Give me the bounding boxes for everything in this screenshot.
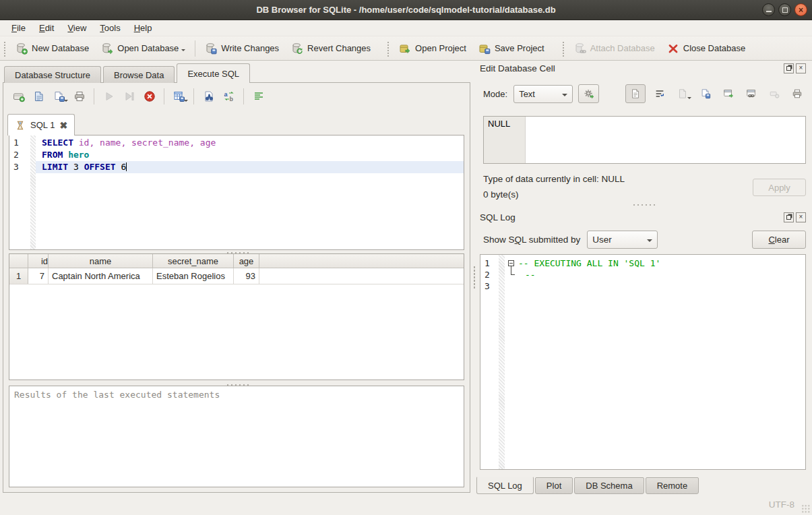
export-cell-data-button[interactable] xyxy=(697,85,714,102)
splitter-handle[interactable] xyxy=(480,202,806,206)
set-null-button[interactable] xyxy=(766,85,783,102)
cell-editor-gutter: NULL xyxy=(484,117,526,163)
float-panel-button[interactable] xyxy=(784,212,794,222)
save-dropdown-arrow[interactable] xyxy=(64,100,68,104)
resize-grip[interactable] xyxy=(801,504,810,513)
save-file-icon xyxy=(53,90,65,102)
close-database-button[interactable]: Close Database xyxy=(661,39,752,58)
minimize-button[interactable] xyxy=(762,3,775,16)
close-panel-button[interactable]: × xyxy=(796,212,806,222)
print-sql-button[interactable] xyxy=(70,87,88,105)
tab-database-structure[interactable]: Database Structure xyxy=(4,66,101,83)
close-button[interactable]: × xyxy=(794,3,807,16)
execute-current-line-button[interactable] xyxy=(120,87,138,105)
clear-log-button[interactable]: Clear xyxy=(752,231,806,249)
open-sql-file-button[interactable] xyxy=(30,87,48,105)
find-replace-icon: ab xyxy=(223,90,235,102)
separator xyxy=(243,88,244,104)
panel-splitter-handle[interactable] xyxy=(472,265,476,289)
cell-id[interactable]: 7 xyxy=(28,268,49,284)
export-file-icon xyxy=(700,88,711,99)
new-database-button[interactable]: New Database xyxy=(9,39,95,58)
cell-age[interactable]: 93 xyxy=(234,268,259,284)
row-header[interactable]: 1 xyxy=(9,268,28,284)
log-line-number: 2 xyxy=(485,269,497,280)
save-project-button[interactable]: Save Project xyxy=(472,39,551,58)
tab-browse-data[interactable]: Browse Data xyxy=(103,66,175,83)
find-replace-button[interactable]: ab xyxy=(220,87,238,105)
find-button[interactable] xyxy=(199,87,218,105)
format-lines-icon xyxy=(253,90,265,102)
menu-tools[interactable]: Tools xyxy=(93,21,127,35)
export-results-button[interactable] xyxy=(170,87,188,105)
main-toolbar: New Database Open Database Write Changes… xyxy=(0,36,812,61)
stop-execution-button[interactable] xyxy=(140,87,158,105)
cell-value-editor[interactable]: NULL xyxy=(483,116,806,164)
export-dropdown-arrow[interactable] xyxy=(184,100,188,104)
format-sql-button[interactable] xyxy=(249,87,268,105)
open-project-button[interactable]: Open Project xyxy=(393,39,472,58)
menubar: File Edit View Tools Help xyxy=(0,20,812,36)
menu-edit[interactable]: Edit xyxy=(32,21,61,35)
cell-name[interactable]: Captain North America xyxy=(49,268,153,284)
execute-sql-button[interactable] xyxy=(100,87,118,105)
toolbar-drag-handle[interactable] xyxy=(3,40,7,57)
print-cell-button[interactable] xyxy=(788,85,806,102)
column-header-age[interactable]: age xyxy=(234,254,259,268)
new-sql-tab-button[interactable] xyxy=(9,87,28,105)
column-header-id[interactable]: id xyxy=(28,254,49,268)
menu-help[interactable]: Help xyxy=(127,21,159,35)
auto-switch-mode-button[interactable] xyxy=(578,84,599,103)
dock-tab-db-schema[interactable]: DB Schema xyxy=(574,477,644,494)
mode-combobox[interactable]: Text xyxy=(513,85,573,103)
cell-secret-name[interactable]: Esteban Rogelios xyxy=(153,268,234,284)
maximize-button[interactable] xyxy=(778,3,791,16)
apply-button[interactable]: Apply xyxy=(753,179,806,196)
dock-tab-sql-log[interactable]: SQL Log xyxy=(476,477,534,494)
fold-line xyxy=(511,266,511,274)
sql-code-editor[interactable]: 1 SELECT id, name, secret_name, age 2 FR… xyxy=(9,135,464,250)
dock-tab-plot[interactable]: Plot xyxy=(535,477,573,494)
print-icon xyxy=(792,88,803,99)
close-panel-button[interactable]: × xyxy=(796,63,806,73)
sql-log-view[interactable]: 1 2 3 -- EXECUTING ALL IN 'SQL 1' -- xyxy=(480,254,806,470)
play-to-line-icon xyxy=(123,90,135,102)
column-header-secret-name[interactable]: secret_name xyxy=(153,254,234,268)
toolbar-drag-handle[interactable] xyxy=(386,40,390,57)
attach-database-button[interactable]: Attach Database xyxy=(568,39,661,58)
sql-file-tab[interactable]: SQL 1 ✖ xyxy=(7,114,75,135)
execute-sql-panel: ab SQL 1 ✖ 1 SELECT id, name, secret_nam… xyxy=(3,82,470,493)
save-sql-file-button[interactable] xyxy=(50,87,68,105)
results-message-box[interactable]: Results of the last executed statements xyxy=(9,386,464,487)
separator xyxy=(94,88,94,104)
grid-corner[interactable] xyxy=(9,254,28,268)
open-in-external-app-button[interactable] xyxy=(720,85,737,102)
hourglass-icon xyxy=(15,120,26,131)
float-panel-button[interactable] xyxy=(784,63,794,73)
menu-file[interactable]: File xyxy=(5,21,32,35)
import-cell-data-button[interactable] xyxy=(674,85,691,102)
open-database-dropdown-arrow[interactable] xyxy=(181,49,185,53)
close-tab-icon[interactable]: ✖ xyxy=(59,121,67,130)
sql-tab-label: SQL 1 xyxy=(30,120,55,130)
revert-changes-button[interactable]: Revert Changes xyxy=(285,39,377,58)
open-database-icon xyxy=(101,42,113,55)
grid-header-row: id name secret_name age xyxy=(9,254,464,268)
write-changes-button[interactable]: Write Changes xyxy=(199,39,285,58)
fold-collapse-icon[interactable] xyxy=(508,260,514,266)
tab-execute-sql[interactable]: Execute SQL xyxy=(177,63,250,83)
submitted-by-combobox[interactable]: User xyxy=(587,231,658,249)
menu-view[interactable]: View xyxy=(61,21,93,35)
code-line: 1 SELECT id, name, secret_name, age xyxy=(9,137,464,149)
column-header-name[interactable]: name xyxy=(49,254,153,268)
toolbar-drag-handle[interactable] xyxy=(561,40,565,57)
open-database-button[interactable]: Open Database xyxy=(95,39,191,58)
text-mode-button[interactable] xyxy=(625,84,646,103)
tab-label: Execute SQL xyxy=(187,69,239,79)
word-wrap-button[interactable] xyxy=(651,85,668,102)
log-comment: -- EXECUTING ALL IN 'SQL 1' xyxy=(518,258,660,269)
dock-tab-remote[interactable]: Remote xyxy=(646,477,699,494)
copy-link-button[interactable] xyxy=(743,85,760,102)
import-dropdown-arrow xyxy=(687,97,691,101)
write-changes-icon xyxy=(205,42,217,55)
